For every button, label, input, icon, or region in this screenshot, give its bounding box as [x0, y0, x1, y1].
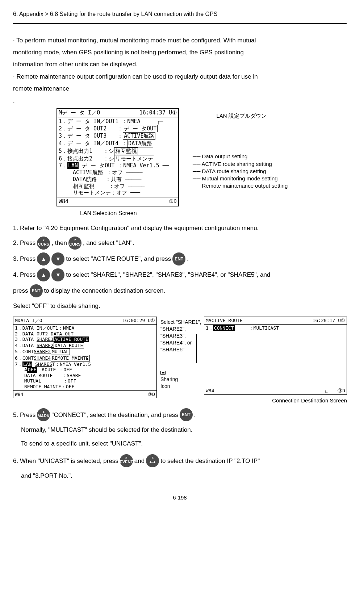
imga-r3b: SHARE1: [37, 336, 54, 342]
imga-r7b: LAN: [22, 361, 32, 367]
mark-button-icon: 1MARK: [37, 408, 50, 421]
lan-selection-figure: Mデ ー タ I／O 16:04:37 U① 1．デ ー タ IN／OUT1 ：…: [57, 108, 347, 206]
side-l2: "SHARE2",: [160, 326, 200, 333]
imga-r8c: ROUTE ：OFF: [37, 367, 72, 372]
imga-r10: MUTUAL ：OFF: [15, 378, 155, 384]
side-l6: Sharing: [160, 376, 200, 383]
side-note: Select "SHARE1", "SHARE2", "SHARE3", "SH…: [160, 317, 200, 389]
side-l5: "SHARE5": [160, 346, 200, 353]
swap-button-icon: 3: [146, 454, 159, 467]
imga-r2b: OUT2: [37, 331, 48, 336]
imga-r3a: 3．DATA: [15, 336, 37, 342]
intro-p2a: · Remote maintenance output configuratio…: [13, 71, 347, 82]
lan-r6b: リモートメンテ: [114, 155, 154, 163]
s4c: press: [13, 285, 28, 296]
side-l3: "SHARE3",: [160, 333, 200, 339]
imga-title-left: MDATA I／O: [15, 318, 42, 323]
up-arrow-icon: ▲: [37, 268, 50, 281]
imga-r4b: SHARE2: [37, 343, 54, 348]
s5c: .: [194, 409, 196, 421]
intro-p2b: remote maintenance: [13, 83, 347, 94]
sharing-icon: [160, 371, 166, 375]
imga-foot-left: W84: [15, 392, 23, 397]
imga-r5b: SHARE3: [34, 349, 51, 354]
callout-c2: ACTIVE route sharing setting: [202, 161, 272, 167]
imga-r8b: OFF: [27, 367, 37, 373]
imga-foot-right: ③D: [148, 392, 155, 397]
s2b: , then: [51, 237, 67, 248]
imgb-r1b: CONNECT: [213, 325, 235, 331]
step-4-line2: press ENT to display the connection dest…: [13, 284, 347, 297]
s3c: .: [187, 253, 189, 264]
down-arrow-icon: ▼: [51, 252, 64, 266]
imga-r2a: 2．DATA: [15, 331, 37, 336]
lan-caption: LAN Selection Screen: [80, 208, 347, 219]
s6d: and "3.PORT No.".: [21, 470, 347, 481]
lan-r8: ACTIVE航路 ：オフ: [59, 169, 123, 176]
lan-r3a: 3．デ ー タ OUT3 ：: [59, 133, 123, 139]
device-title-left: Mデ ー タ I／O: [59, 109, 100, 116]
s2c: , and select "LAN".: [83, 237, 134, 248]
side-l1: Select "SHARE1",: [160, 319, 200, 326]
imgb-foot-left: W84: [206, 388, 214, 394]
s5e: To send to a specific unit, select "UNIC…: [21, 438, 347, 449]
s2a: 2. Press: [13, 237, 35, 248]
imga-r7d: SHARE5: [35, 361, 52, 367]
ent-button-icon: ENT: [180, 408, 193, 421]
s5b: "CONNECT", select the destination, and p…: [51, 409, 178, 421]
side-l4: "SHARE4", or: [160, 339, 200, 346]
imgb-caption: Connection Destination Screen: [204, 396, 347, 406]
lan-r4b: DATA航路: [127, 140, 153, 147]
step-4-line1: 4. Press ▲ ▼ to select "SHARE1", "SHARE2…: [13, 268, 347, 281]
divider: [13, 23, 347, 24]
s4d: to display the connection destination sc…: [44, 285, 166, 296]
imga-title-right: 16:00:29 U①: [122, 318, 155, 323]
page-number: 6-198: [13, 493, 347, 503]
callout-top: LAN 設定プルダウン: [216, 113, 266, 119]
s6a: 6. When "UNICAST" is selected, press: [13, 455, 118, 467]
lan-r9: DATA航路 ：共有: [59, 176, 122, 183]
lan-r3b: ACTIVE航路: [123, 132, 155, 140]
intro-p1b: monitoring mode, when GPS positioning is…: [13, 47, 347, 58]
imga-r1: 1．DATA IN／OUT1：NMEA: [15, 325, 155, 331]
imga-r5a: 5．CONT: [15, 349, 34, 354]
event-button-icon: 2EVENT: [120, 454, 133, 467]
down-arrow-icon: ▼: [51, 268, 64, 281]
lan-r4a: 4．デ ー タ IN／OUT4 ：: [59, 140, 127, 147]
imga-r5c: MUTUAL: [51, 348, 70, 355]
step-2: 2. Press 7CURS , then 7CURS , and select…: [13, 237, 347, 250]
curs-button-icon: 7CURS: [68, 237, 81, 250]
imga-r7e: T：NMEA Ver1.5: [52, 361, 91, 367]
imga-r3c: ACTIVE ROUTE: [54, 336, 89, 342]
s6b: and: [134, 455, 145, 467]
imgb-title-right: 16:20:17 U①: [313, 318, 345, 323]
step-5-line1: 5. Press 1MARK "CONNECT", select the des…: [13, 408, 347, 421]
callout-c5: Remote maintenance output setting: [202, 183, 288, 189]
lan-r7b: LAN: [67, 162, 79, 169]
breadcrumb: 6. Appendix > 6.8 Setting for the route …: [13, 9, 347, 20]
device-foot-left: W84: [59, 198, 68, 205]
imga-r2c: DATA OUT: [48, 331, 73, 336]
imga-r9: DATA ROUTE ：SHARE: [15, 373, 155, 379]
lan-r11: リモートメンテ：オフ: [59, 189, 127, 196]
data-io-screen: MDATA I／O 16:00:29 U① 1．DATA IN／OUT1：NME…: [13, 317, 157, 398]
imgb-title-left: MACTIVE ROUTE: [206, 318, 243, 323]
s5a: 5. Press: [13, 409, 35, 421]
lan-r6a: 6．接点出力2 ：シ: [59, 155, 114, 162]
imga-r6a: 6．CONT: [15, 355, 34, 361]
ent-button-icon: ENT: [172, 252, 185, 266]
s3b: to select "ACTIVE ROUTE", and press: [66, 253, 171, 264]
lan-r1: 1．デ ー タ IN／OUT1 ：NMEA: [59, 118, 140, 125]
lan-r7a: 7．: [59, 162, 67, 169]
imga-r6c: REMOTE MAINTE: [51, 355, 90, 361]
lan-r5a: 5．接点出力1 ：シ: [59, 148, 114, 154]
s3a: 3. Press: [13, 253, 35, 264]
callouts: ── LAN 設定プルダウン ── Data output setting ──…: [182, 108, 288, 190]
intro-p2c: .: [13, 95, 347, 106]
lan-r2a: 2．デ ー タ OUT2 ：: [59, 125, 123, 132]
imga-r7a: 7．: [15, 361, 22, 367]
lan-r5b: 相互監視: [114, 147, 138, 155]
s5d: Normally, "MULTICAST" should be selected…: [21, 424, 347, 435]
lan-device-screen: Mデ ー タ I／O 16:04:37 U① 1．デ ー タ IN／OUT1 ：…: [57, 108, 179, 206]
lan-r10: 相互監視 ：オフ: [59, 183, 125, 189]
